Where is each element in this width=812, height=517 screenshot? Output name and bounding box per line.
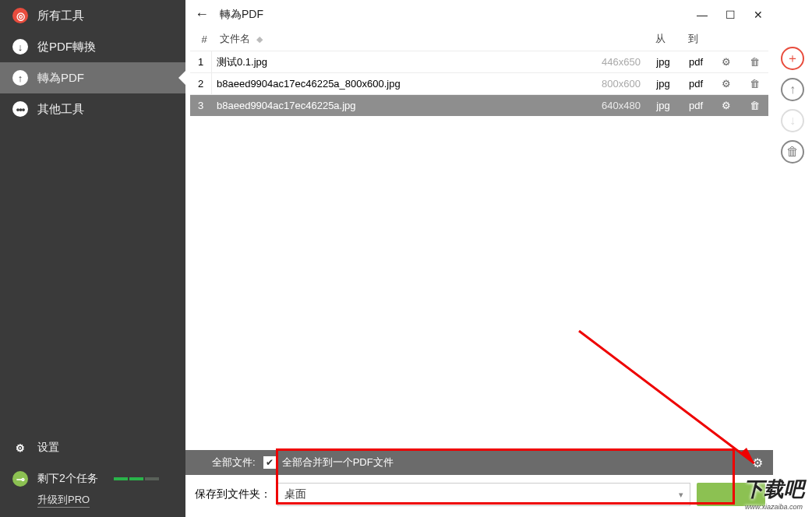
maximize-button[interactable]: ☐ — [723, 9, 737, 21]
table-row[interactable]: 2 b8aeed9904ac17ec46225a_800x600.jpg 800… — [190, 72, 768, 94]
titlebar: ← 轉為PDF — ☐ ✕ — [185, 0, 773, 27]
minimize-button[interactable]: — — [695, 9, 709, 21]
sidebar-item-label: 其他工具 — [37, 102, 84, 117]
back-button[interactable]: ← — [195, 6, 209, 23]
merge-checkbox-label: 全部合并到一个PDF文件 — [282, 455, 394, 470]
tasks-progress — [114, 477, 159, 480]
sort-icon: ◆ — [256, 34, 263, 44]
save-row: 保存到文件夹： 桌面 ▾ — [185, 475, 773, 517]
sidebar-item-label: 剩下2个任务 — [37, 472, 98, 486]
row-index: 2 — [190, 73, 212, 94]
table-header: 文件名 ◆ 从 到 — [190, 27, 768, 51]
sidebar: ◎ 所有工具 ↓ 從PDF轉換 ↑ 轉為PDF 其他工具 ⚙ 设置 ⊸ — [0, 0, 185, 517]
move-down-button[interactable]: ↓ — [781, 109, 804, 132]
save-folder-select[interactable]: 桌面 ▾ — [277, 483, 690, 506]
upgrade-link[interactable]: 升级到PRO — [37, 493, 90, 508]
target-icon: ◎ — [12, 8, 28, 23]
dots-icon — [12, 101, 28, 117]
row-delete-button[interactable]: 🗑 — [740, 78, 768, 90]
row-settings-button[interactable]: ⚙ — [712, 56, 740, 68]
all-files-label: 全部文件: — [185, 455, 263, 470]
row-settings-button[interactable]: ⚙ — [712, 100, 740, 111]
row-filename: b8aeed9904ac17ec46225a.jpg — [212, 100, 586, 111]
row-index: 1 — [190, 51, 212, 72]
col-from: 从 — [644, 32, 676, 46]
col-filename[interactable]: 文件名 ◆ — [215, 32, 583, 46]
sidebar-item-to-pdf[interactable]: ↑ 轉為PDF — [0, 62, 185, 93]
gear-icon: ⚙ — [12, 440, 28, 455]
table-row[interactable]: 3 b8aeed9904ac17ec46225a.jpg 640x480 jpg… — [190, 94, 768, 116]
key-icon: ⊸ — [12, 471, 28, 487]
add-file-button[interactable]: ＋ — [781, 47, 804, 70]
row-delete-button[interactable]: 🗑 — [740, 100, 768, 111]
sidebar-item-label: 從PDF轉換 — [37, 40, 96, 55]
file-table: 文件名 ◆ 从 到 1 测试0.1.jpg 446x650 jpg pdf ⚙ — [185, 27, 773, 116]
sidebar-item-tasks-left[interactable]: ⊸ 剩下2个任务 — [0, 463, 185, 490]
row-dimensions: 446x650 — [586, 56, 647, 68]
row-delete-button[interactable]: 🗑 — [740, 56, 768, 68]
row-index: 3 — [190, 95, 212, 116]
row-dimensions: 640x480 — [586, 100, 647, 111]
row-filename: b8aeed9904ac17ec46225a_800x600.jpg — [212, 78, 586, 90]
merge-bar: 全部文件: ✔ 全部合并到一个PDF文件 ⚙ — [185, 450, 773, 475]
row-from: jpg — [647, 100, 680, 111]
arrow-up-icon: ↑ — [12, 70, 28, 86]
merge-checkbox[interactable]: ✔ — [263, 456, 276, 469]
row-from: jpg — [647, 56, 680, 68]
right-rail: ＋ ↑ ↓ 🗑 — [773, 0, 812, 517]
close-button[interactable]: ✕ — [751, 9, 765, 21]
row-to: pdf — [680, 100, 712, 111]
save-label: 保存到文件夹： — [195, 487, 271, 501]
move-up-button[interactable]: ↑ — [781, 78, 804, 101]
sidebar-item-label: 设置 — [37, 441, 59, 455]
merge-settings-button[interactable]: ⚙ — [742, 455, 773, 470]
clear-all-button[interactable]: 🗑 — [781, 140, 804, 164]
row-from: jpg — [647, 78, 680, 90]
col-index — [193, 33, 215, 45]
table-row[interactable]: 1 测试0.1.jpg 446x650 jpg pdf ⚙ 🗑 — [190, 51, 768, 72]
row-to: pdf — [680, 56, 712, 68]
sidebar-item-all-tools[interactable]: ◎ 所有工具 — [0, 0, 185, 31]
page-title: 轉為PDF — [220, 8, 263, 22]
sidebar-item-label: 轉為PDF — [37, 71, 84, 86]
col-to: 到 — [676, 32, 709, 46]
arrow-down-icon: ↓ — [12, 39, 28, 55]
sidebar-item-settings[interactable]: ⚙ 设置 — [0, 432, 185, 463]
main-area: ← 轉為PDF — ☐ ✕ 文件名 ◆ 从 到 — [185, 0, 812, 517]
sidebar-item-other-tools[interactable]: 其他工具 — [0, 93, 185, 125]
row-dimensions: 800x600 — [586, 78, 647, 90]
window-controls: — ☐ ✕ — [695, 9, 765, 21]
row-filename: 测试0.1.jpg — [212, 55, 586, 69]
sidebar-item-label: 所有工具 — [37, 9, 84, 23]
chevron-down-icon: ▾ — [679, 490, 683, 500]
row-to: pdf — [680, 78, 712, 90]
convert-button[interactable] — [697, 483, 765, 506]
row-settings-button[interactable]: ⚙ — [712, 78, 740, 90]
save-folder-value: 桌面 — [284, 487, 306, 501]
sidebar-item-from-pdf[interactable]: ↓ 從PDF轉換 — [0, 31, 185, 62]
